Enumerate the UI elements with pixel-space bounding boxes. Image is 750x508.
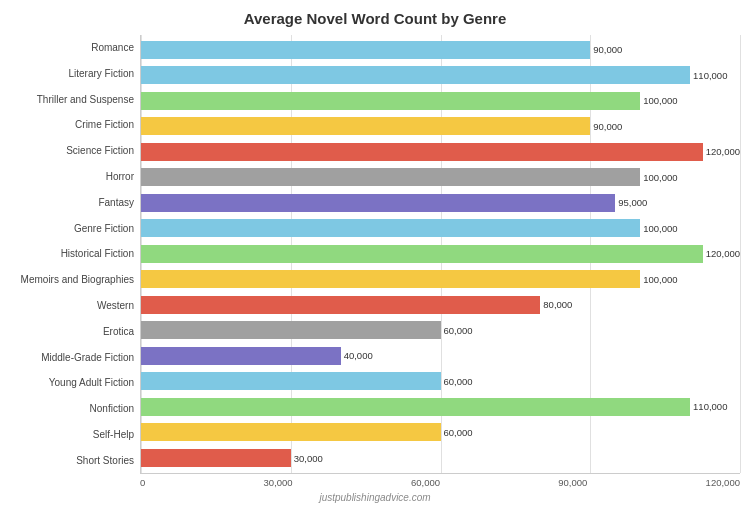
- bar-value-label: 120,000: [706, 248, 740, 259]
- x-axis-label: 60,000: [411, 477, 440, 488]
- bar-value-label: 60,000: [444, 427, 473, 438]
- bar-row: 60,000: [141, 421, 740, 443]
- bar: [141, 117, 590, 135]
- y-label: Young Adult Fiction: [49, 378, 134, 388]
- chart-area: RomanceLiterary FictionThriller and Susp…: [10, 35, 740, 488]
- y-label: Genre Fiction: [74, 224, 134, 234]
- bar-value-label: 100,000: [643, 95, 677, 106]
- bar-value-label: 60,000: [444, 325, 473, 336]
- y-label: Memoirs and Biographies: [21, 275, 134, 285]
- bar: [141, 66, 690, 84]
- bar-row: 120,000: [141, 141, 740, 163]
- bar-value-label: 30,000: [294, 453, 323, 464]
- bar: [141, 41, 590, 59]
- bar: [141, 423, 441, 441]
- y-label: Self-Help: [93, 430, 134, 440]
- bar-row: 40,000: [141, 345, 740, 367]
- bar-value-label: 60,000: [444, 376, 473, 387]
- y-axis-labels: RomanceLiterary FictionThriller and Susp…: [10, 35, 140, 474]
- bar: [141, 449, 291, 467]
- bar: [141, 92, 640, 110]
- bar-row: 110,000: [141, 396, 740, 418]
- bar-value-label: 95,000: [618, 197, 647, 208]
- bar-row: 100,000: [141, 166, 740, 188]
- y-label: Horror: [106, 172, 134, 182]
- bar-row: 90,000: [141, 115, 740, 137]
- bar-value-label: 40,000: [344, 350, 373, 361]
- bar-value-label: 100,000: [643, 274, 677, 285]
- bar: [141, 296, 540, 314]
- bar: [141, 398, 690, 416]
- bar: [141, 372, 441, 390]
- bar: [141, 270, 640, 288]
- bar: [141, 245, 703, 263]
- bar-row: 100,000: [141, 90, 740, 112]
- bar-row: 100,000: [141, 217, 740, 239]
- bar: [141, 219, 640, 237]
- bar: [141, 168, 640, 186]
- footer-text: justpublishingadvice.com: [319, 492, 430, 503]
- x-axis-label: 30,000: [264, 477, 293, 488]
- bar-row: 80,000: [141, 294, 740, 316]
- y-label: Thriller and Suspense: [37, 95, 134, 105]
- bar-value-label: 100,000: [643, 172, 677, 183]
- bar-row: 95,000: [141, 192, 740, 214]
- y-label: Nonfiction: [90, 404, 134, 414]
- bar-value-label: 100,000: [643, 223, 677, 234]
- y-label: Crime Fiction: [75, 120, 134, 130]
- bar-value-label: 110,000: [693, 401, 727, 412]
- y-label: Literary Fiction: [68, 69, 134, 79]
- bars-container: 90,000110,000100,00090,000120,000100,000…: [140, 35, 740, 474]
- x-axis-label: 120,000: [706, 477, 740, 488]
- bar-row: 30,000: [141, 447, 740, 469]
- y-label: Fantasy: [98, 198, 134, 208]
- bar-value-label: 120,000: [706, 146, 740, 157]
- bar: [141, 347, 341, 365]
- x-axis-label: 90,000: [558, 477, 587, 488]
- bar: [141, 321, 441, 339]
- bars-section: RomanceLiterary FictionThriller and Susp…: [10, 35, 740, 474]
- y-label: Historical Fiction: [61, 249, 134, 259]
- y-label: Short Stories: [76, 456, 134, 466]
- y-label: Western: [97, 301, 134, 311]
- bar-row: 60,000: [141, 370, 740, 392]
- bar-row: 120,000: [141, 243, 740, 265]
- y-label: Science Fiction: [66, 146, 134, 156]
- bar-value-label: 90,000: [593, 44, 622, 55]
- bar: [141, 194, 615, 212]
- bar-row: 60,000: [141, 319, 740, 341]
- y-label: Romance: [91, 43, 134, 53]
- chart-title: Average Novel Word Count by Genre: [244, 10, 507, 27]
- bar-value-label: 110,000: [693, 70, 727, 81]
- bar-value-label: 80,000: [543, 299, 572, 310]
- bar-row: 110,000: [141, 64, 740, 86]
- x-axis-label: 0: [140, 477, 145, 488]
- y-label: Erotica: [103, 327, 134, 337]
- x-axis-labels: 030,00060,00090,000120,000: [140, 474, 740, 488]
- bar-value-label: 90,000: [593, 121, 622, 132]
- bar-row: 90,000: [141, 39, 740, 61]
- bar-row: 100,000: [141, 268, 740, 290]
- y-label: Middle-Grade Fiction: [41, 353, 134, 363]
- bar: [141, 143, 703, 161]
